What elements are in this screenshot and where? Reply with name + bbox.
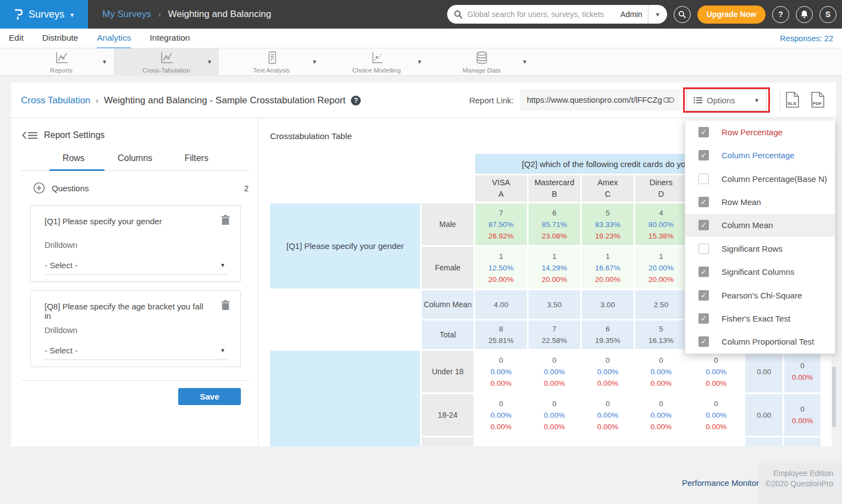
unchecked-checkbox[interactable]: [698, 243, 709, 254]
chevron-down-icon[interactable]: ▼: [522, 59, 527, 65]
tab-columns[interactable]: Columns: [104, 153, 166, 170]
questionpro-logo-icon: [13, 8, 24, 21]
crosstab-cell: 114.29%20.00%: [529, 247, 580, 289]
crosstab-cell: 00.00%0.00%: [475, 394, 527, 436]
questions-count: 2: [244, 184, 249, 193]
options-dropdown-menu: ✓Row Percentage✓Column PercentageColumn …: [685, 120, 835, 354]
help-icon[interactable]: ?: [351, 96, 361, 106]
toolbar-item-text-analysis[interactable]: ▼ Text Analysis: [219, 48, 324, 76]
product-switcher[interactable]: Surveys ▼: [0, 0, 88, 29]
notifications-button[interactable]: [796, 6, 813, 23]
tab-edit[interactable]: Edit: [9, 29, 24, 48]
export-xls-button[interactable]: XLS: [785, 91, 800, 108]
help-button[interactable]: ?: [772, 6, 789, 23]
unchecked-checkbox[interactable]: [698, 174, 709, 184]
crosstab-row-question: [270, 351, 420, 446]
analytics-toolbar: ▼ Reports ▼ Cross-Tabulation ▼: [0, 48, 842, 76]
menu-item-label: Significant Rows: [722, 244, 783, 253]
chevron-down-icon[interactable]: ▼: [102, 59, 107, 65]
menu-item-significant-rows[interactable]: Significant Rows: [685, 237, 835, 260]
crosstab-column-header: MastercardB: [529, 175, 580, 202]
search-submit-button[interactable]: [674, 6, 691, 23]
toolbar-item-reports[interactable]: ▼ Reports: [9, 48, 114, 76]
crosstab-cell: 00.00%0.00%: [475, 351, 527, 392]
menu-item-column-percentage[interactable]: ✓Column Percentage: [685, 143, 835, 167]
question-card: [Q8] Please specify the age bracket you …: [30, 290, 241, 367]
menu-item-significant-columns[interactable]: ✓Significant Columns: [685, 260, 835, 283]
checked-checkbox[interactable]: ✓: [698, 313, 709, 324]
edition-label: Employee Edition: [759, 468, 833, 479]
crosstab-cell: 00.00%0.00%: [635, 351, 687, 392]
upgrade-now-button[interactable]: Upgrade Now: [697, 5, 766, 24]
drilldown-label: Drilldown: [45, 241, 78, 250]
menu-item-label: Column Percentage: [722, 151, 795, 160]
search-input[interactable]: [467, 10, 615, 19]
checked-checkbox[interactable]: ✓: [698, 220, 709, 230]
global-search: Admin ▼: [447, 5, 667, 24]
trash-icon[interactable]: [221, 214, 230, 226]
checked-checkbox[interactable]: ✓: [698, 150, 709, 160]
questions-section-header[interactable]: Questions 2: [33, 182, 249, 194]
toolbar-item-cross-tabulation[interactable]: ▼ Cross-Tabulation: [114, 48, 219, 76]
scrollbar-thumb[interactable]: [832, 367, 836, 427]
crosstab-row-label: Female: [422, 247, 474, 289]
crosstab-cell: 480.00%15.38%: [635, 203, 687, 245]
report-link-url[interactable]: https://www.questionpro.com/t/lFFCZg: [527, 96, 663, 104]
svg-text:PDF: PDF: [813, 101, 822, 106]
search-scope[interactable]: Admin: [615, 10, 648, 19]
chart-icon: [324, 51, 429, 64]
report-link-label: Report Link:: [461, 82, 514, 118]
crosstab-row-label: 18-24: [422, 394, 474, 436]
tab-integration[interactable]: Integration: [150, 29, 190, 48]
crosstab-row-total-cell: 00.00%: [784, 351, 821, 392]
chevron-down-icon[interactable]: ▼: [207, 59, 212, 65]
toolbar-item-choice-modelling[interactable]: ▼ Choice Modelling: [324, 48, 429, 76]
tab-distribute[interactable]: Distribute: [42, 29, 78, 48]
crosstab-cell: 116.67%20.00%: [582, 247, 634, 289]
export-pdf-button[interactable]: PDF: [811, 91, 825, 108]
crosstab-cell: 685.71%23.08%: [529, 203, 580, 245]
search-scope-chevron-icon[interactable]: ▼: [648, 12, 667, 18]
tab-filters[interactable]: Filters: [166, 153, 227, 170]
chevron-down-icon[interactable]: ▼: [312, 59, 317, 65]
checked-checkbox[interactable]: ✓: [698, 290, 709, 301]
cross-tabulation-link[interactable]: Cross Tabulation: [21, 95, 90, 106]
crosstab-cell: [529, 437, 580, 446]
chevron-down-icon[interactable]: ▼: [417, 59, 422, 65]
menu-item-label: Column Percentage(Base N): [722, 174, 827, 184]
menu-item-column-mean[interactable]: ✓Column Mean: [685, 214, 835, 237]
report-breadcrumb: Cross Tabulation › Weighting and Balanci…: [21, 82, 361, 118]
drilldown-select[interactable]: - Select - ▼: [45, 256, 228, 275]
checked-checkbox[interactable]: ✓: [698, 197, 709, 207]
trash-icon[interactable]: [221, 300, 230, 311]
menu-item-label: Significant Columns: [722, 267, 795, 276]
tab-analytics[interactable]: Analytics: [97, 29, 131, 48]
toolbar-item-manage-data[interactable]: ▼ Manage Data: [429, 48, 534, 76]
save-button[interactable]: Save: [178, 388, 241, 405]
breadcrumb-separator-icon: ›: [158, 10, 161, 19]
plus-circle-icon[interactable]: [33, 182, 45, 194]
checked-checkbox[interactable]: ✓: [698, 267, 709, 277]
report-settings-toggle[interactable]: Report Settings: [22, 130, 104, 140]
tab-rows[interactable]: Rows: [43, 153, 104, 170]
menu-item-label: Column Mean: [722, 220, 773, 230]
checked-checkbox[interactable]: ✓: [698, 336, 709, 347]
menu-item-column-percentage-base-n[interactable]: Column Percentage(Base N): [685, 167, 835, 190]
breadcrumb-my-surveys[interactable]: My Surveys: [102, 9, 151, 20]
report-link-field[interactable]: https://www.questionpro.com/t/lFFCZg: [520, 90, 680, 110]
menu-item-fisher-s-exact-test[interactable]: ✓Fisher's Exact Test: [685, 307, 835, 330]
crosstab-cell: 4.00: [475, 290, 527, 319]
menu-item-row-mean[interactable]: ✓Row Mean: [685, 190, 835, 213]
checked-checkbox[interactable]: ✓: [698, 127, 709, 137]
active-tab-underline: [49, 169, 104, 171]
menu-item-pearson-s-chi-square[interactable]: ✓Pearson's Chi-Square: [685, 284, 835, 307]
drilldown-select[interactable]: - Select - ▼: [45, 341, 228, 360]
menu-item-row-percentage[interactable]: ✓Row Percentage: [685, 120, 835, 143]
link-icon[interactable]: [663, 97, 674, 103]
menu-item-column-proportional-test[interactable]: ✓Column Proportional Test: [685, 330, 835, 353]
options-button[interactable]: Options ▼: [686, 89, 767, 111]
performance-monitor-link[interactable]: Performance Monitor: [682, 478, 759, 488]
avatar[interactable]: S: [819, 6, 837, 23]
divider: [21, 380, 249, 381]
crosstab-cell: [689, 437, 744, 446]
